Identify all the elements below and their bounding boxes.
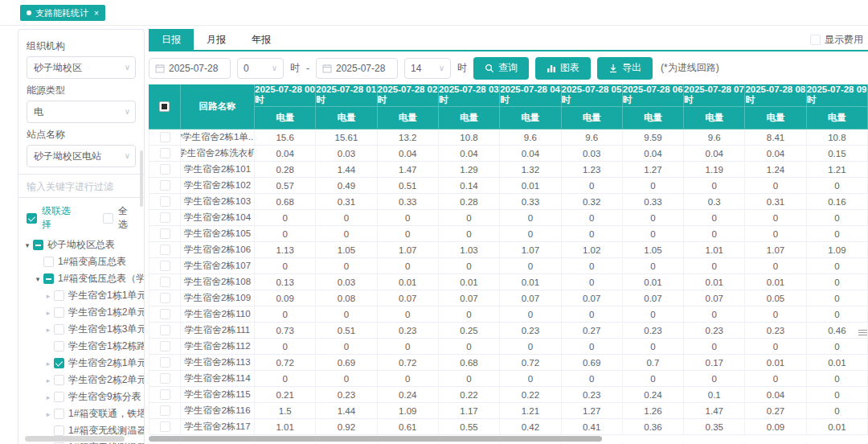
- calendar-icon: [155, 64, 165, 73]
- energy-select[interactable]: 电 ∨: [27, 101, 136, 123]
- value-cell: 0: [807, 258, 868, 273]
- tree-item[interactable]: ▸学生宿舍1栋3单元分表: [18, 321, 144, 338]
- tab-yearly[interactable]: 年报: [239, 29, 284, 50]
- active-page-tab[interactable]: 支路能耗统计 ×: [20, 5, 105, 21]
- select-all-checkbox[interactable]: [103, 213, 113, 224]
- chart-button[interactable]: 图表: [535, 57, 591, 80]
- row-checkbox[interactable]: [160, 325, 170, 335]
- caret-right-icon[interactable]: ▸: [43, 410, 54, 418]
- column-settings-icon[interactable]: [858, 328, 867, 337]
- scrollbar-thumb[interactable]: [149, 436, 602, 442]
- tree-item[interactable]: ▾1#箱变低压总表（学生宿舍1,2,9栋）: [18, 270, 144, 287]
- value-cell: 0: [623, 258, 684, 273]
- row-checkbox[interactable]: [160, 309, 170, 319]
- caret-right-icon[interactable]: ▸: [43, 292, 54, 300]
- value-cell: 1.5: [255, 403, 316, 418]
- export-button-label: 导出: [622, 61, 641, 75]
- tree-item-label: 1#箱变低压总表（学生宿舍1,2,9栋）: [58, 272, 144, 286]
- tree-item[interactable]: ▸学生宿舍1栋1单元分表: [18, 287, 144, 304]
- row-checkbox[interactable]: [160, 293, 170, 303]
- value-cell: 0: [623, 339, 684, 354]
- row-checkbox[interactable]: [160, 164, 170, 175]
- row-checkbox[interactable]: [160, 405, 170, 416]
- value-cell: 0.01: [500, 178, 561, 193]
- end-date-input[interactable]: 2025-07-28: [316, 58, 398, 79]
- tree-item-label: 学生宿舍1栋3单元分表: [68, 323, 144, 336]
- row-checkbox[interactable]: [160, 373, 170, 384]
- table-horizontal-scrollbar[interactable]: [149, 435, 868, 442]
- tree-checkbox[interactable]: [54, 426, 64, 436]
- caret-down-icon[interactable]: ▾: [32, 275, 43, 283]
- start-date-input[interactable]: 2025-07-28: [149, 58, 231, 79]
- caret-right-icon[interactable]: ▸: [43, 309, 54, 317]
- tree-checkbox[interactable]: [54, 324, 64, 335]
- end-hour-select[interactable]: 14 ∨: [404, 58, 451, 79]
- row-checkbox[interactable]: [160, 180, 170, 191]
- tree-checkbox[interactable]: [54, 290, 64, 301]
- row-checkbox[interactable]: [160, 228, 170, 239]
- show-cost-checkbox[interactable]: [810, 35, 821, 45]
- value-cell: 0.05: [745, 290, 806, 306]
- row-checkbox[interactable]: [160, 245, 170, 255]
- caret-right-icon[interactable]: ▸: [43, 393, 54, 401]
- query-button[interactable]: 查询: [473, 57, 529, 80]
- row-checkbox[interactable]: [160, 212, 170, 223]
- tree-item-label: 学生宿舍9栋分表: [68, 390, 141, 404]
- org-select[interactable]: 砂子坳校区 ∨: [27, 56, 136, 79]
- sidebar-vertical-scrollbar[interactable]: [140, 150, 143, 207]
- caret-right-icon[interactable]: ▸: [43, 376, 54, 384]
- tree-filter-input[interactable]: 输入关键字进行过滤: [18, 174, 144, 198]
- tree-checkbox[interactable]: [43, 257, 54, 267]
- row-checkbox[interactable]: [160, 421, 170, 432]
- tree-checkbox[interactable]: [54, 409, 64, 419]
- row-checkbox[interactable]: [160, 132, 170, 142]
- row-checkbox[interactable]: [160, 261, 170, 271]
- tree-checkbox[interactable]: [54, 392, 64, 402]
- tree-item[interactable]: ▸学生宿舍1栋2单元分表: [18, 304, 144, 321]
- header-select-all-checkbox[interactable]: [159, 101, 170, 112]
- value-cell: 0.01: [745, 274, 806, 290]
- start-hour-select[interactable]: 0 ∨: [237, 58, 284, 79]
- value-cell: 1.05: [316, 242, 377, 257]
- tree-item[interactable]: 1#箱变高压总表: [18, 253, 144, 270]
- chevron-down-icon: ∨: [439, 64, 444, 72]
- tree-item[interactable]: ▸学生宿舍9栋分表: [18, 388, 144, 405]
- value-cell: 1.05: [623, 242, 684, 257]
- tree-item-label: 学生宿舍1栋1单元分表: [68, 289, 144, 302]
- circuit-name-cell: 学生宿舍2栋107: [181, 258, 255, 273]
- tree-checkbox[interactable]: [54, 375, 64, 385]
- tree-checkbox[interactable]: [54, 307, 64, 318]
- caret-down-icon[interactable]: ▾: [22, 241, 33, 249]
- row-checkbox[interactable]: [160, 148, 170, 158]
- tree-item[interactable]: ▸学生宿舍2栋1单元分表: [18, 355, 144, 372]
- tree-checkbox[interactable]: [33, 240, 43, 250]
- row-checkbox[interactable]: [160, 277, 170, 287]
- tree-checkbox[interactable]: [43, 273, 54, 284]
- tree-checkbox[interactable]: [54, 341, 64, 352]
- cascade-checkbox[interactable]: [27, 213, 37, 224]
- caret-right-icon[interactable]: ▸: [43, 360, 54, 368]
- value-cell: 0.03: [562, 146, 623, 161]
- row-checkbox[interactable]: [160, 196, 170, 207]
- tab-monthly[interactable]: 月报: [194, 29, 239, 50]
- table-row: 学生宿舍2栋1061.131.051.071.031.071.021.051.0…: [149, 242, 868, 258]
- start-hour-value: 0: [244, 63, 249, 74]
- row-checkbox[interactable]: [160, 357, 170, 368]
- value-cell: 15.61: [316, 130, 377, 145]
- value-cell: 0.69: [562, 355, 623, 370]
- close-icon[interactable]: ×: [94, 9, 99, 18]
- tree-item[interactable]: ▾砂子坳校区总表: [18, 236, 144, 253]
- caret-right-icon[interactable]: ▸: [43, 326, 54, 334]
- station-select[interactable]: 砂子坳校区电站 ∨: [27, 145, 136, 167]
- value-cell: 1.01: [255, 419, 316, 434]
- tree-item[interactable]: 学生宿舍1栋2栋路灯和收发室: [18, 338, 144, 355]
- sidebar-horizontal-scrollbar[interactable]: [25, 436, 125, 442]
- tree-item[interactable]: ▸学生宿舍2栋2单元分表: [18, 372, 144, 388]
- row-checkbox[interactable]: [160, 341, 170, 352]
- tab-daily[interactable]: 日报: [149, 29, 194, 50]
- row-checkbox[interactable]: [160, 389, 170, 400]
- tree-item[interactable]: ▸1#箱变联通，铁塔分表: [18, 405, 144, 422]
- value-cell: 0: [807, 290, 868, 306]
- tree-checkbox[interactable]: [54, 358, 64, 368]
- export-button[interactable]: 导出: [597, 57, 653, 80]
